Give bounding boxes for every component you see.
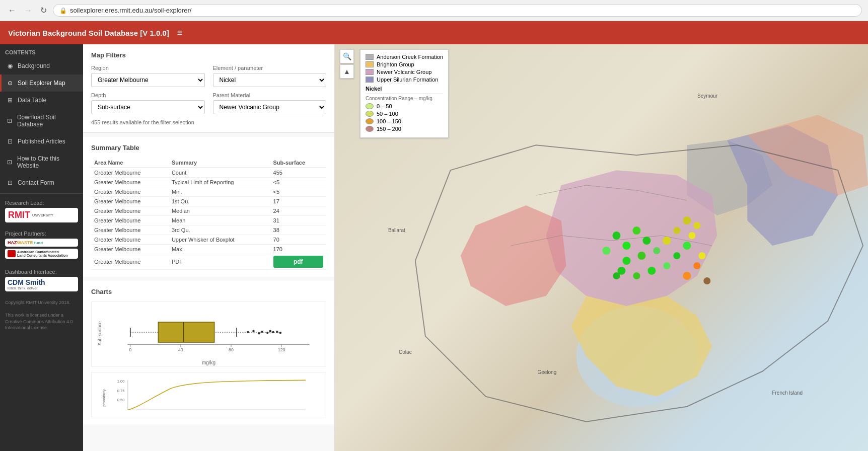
range-100-150: 100 – 150: [366, 118, 443, 124]
address-bar[interactable]: 🔒 soilexplorer.eres.rmit.edu.au/soil-exp…: [53, 4, 862, 17]
boxplot-svg: Sub-surface: [97, 307, 321, 357]
summary-table-panel: Summary Table Area Name Summary Sub-surf…: [83, 137, 334, 277]
svg-point-38: [617, 267, 625, 275]
cite-icon: ⊡: [7, 159, 13, 166]
table-row: Greater Melbourne Max. 170: [91, 245, 326, 254]
svg-point-14: [279, 332, 281, 334]
cell-summary: 1st Qu.: [169, 197, 270, 206]
svg-point-39: [653, 247, 660, 254]
pdf-button[interactable]: pdf: [273, 256, 323, 268]
sidebar: Contents ◉ Background ⊙ Soil Explorer Ma…: [0, 44, 83, 451]
legend-anderson: Anderson Creek Formation: [366, 54, 443, 60]
svg-point-52: [683, 272, 691, 280]
cell-area: Greater Melbourne: [91, 206, 169, 216]
cell-area: Greater Melbourne: [91, 168, 169, 178]
col-subsurface: Sub-surface: [270, 158, 326, 168]
forward-button[interactable]: →: [22, 4, 34, 17]
acla-logo: Australian ContaminatedLand Consultants …: [5, 249, 78, 259]
map-label-seymour: Seymour: [697, 93, 717, 99]
sidebar-item-published[interactable]: ⊡ Published Articles: [0, 133, 83, 150]
background-icon: ◉: [7, 62, 14, 69]
cell-value: 24: [270, 206, 326, 216]
filter-grid: Region Greater Melbourne All Victoria Re…: [91, 65, 326, 114]
svg-point-49: [693, 222, 700, 229]
range-50-100-color: [366, 111, 374, 117]
sidebar-item-label: Contact Form: [18, 179, 54, 186]
research-lead-section: Research Lead: RMIT UNIVERSITY: [0, 196, 83, 227]
sidebar-item-download[interactable]: ⊡ Download Soil Database: [0, 109, 83, 133]
sidebar-item-cite[interactable]: ⊡ How to Cite this Website: [0, 150, 83, 174]
sidebar-item-label: Data Table: [18, 97, 46, 104]
back-button[interactable]: ←: [6, 4, 18, 17]
svg-point-51: [698, 252, 705, 259]
cell-value: 17: [270, 197, 326, 206]
project-partners-section: Project Partners: HAZWASTE fund Australi…: [0, 227, 83, 265]
boxplot-container: Sub-surface: [91, 302, 326, 367]
svg-point-34: [642, 237, 650, 245]
element-select[interactable]: Nickel Arsenic Lead Zinc: [213, 73, 327, 87]
cell-summary: Count: [169, 168, 270, 178]
x-axis-label: mg/kg: [97, 360, 321, 365]
research-lead-label: Research Lead:: [5, 200, 78, 206]
contents-label: Contents: [0, 44, 83, 57]
app-title: Victorian Background Soil Database [V 1.…: [8, 29, 169, 37]
search-map-button[interactable]: 🔍: [340, 49, 354, 63]
svg-point-45: [683, 242, 691, 250]
cdm-logo: CDM Smith listen. think. deliver.: [5, 277, 78, 291]
svg-point-31: [612, 232, 620, 240]
cell-value: pdf: [270, 254, 326, 270]
svg-text:0.75: 0.75: [117, 389, 125, 393]
rmit-sub: UNIVERSITY: [32, 213, 53, 217]
layers-button[interactable]: ▲: [340, 64, 354, 79]
map-label-french-island: French Island: [772, 390, 803, 396]
map-label-ballarat: Ballarat: [388, 228, 405, 233]
svg-point-40: [613, 272, 620, 279]
map-label-colac: Colac: [399, 349, 412, 355]
summary-table-title: Summary Table: [91, 144, 326, 152]
sidebar-item-contact[interactable]: ⊡ Contact Form: [0, 174, 83, 191]
charts-panel: Charts Sub-surface: [83, 281, 334, 424]
contact-icon: ⊡: [7, 179, 14, 186]
range-100-150-label: 100 – 150: [377, 118, 401, 124]
cell-summary: Mean: [169, 216, 270, 226]
map-label-geelong: Geelong: [537, 369, 556, 375]
svg-point-9: [261, 331, 263, 333]
svg-point-10: [266, 332, 268, 334]
brighton-label: Brighton Group: [377, 61, 414, 67]
cell-summary: PDF: [169, 254, 270, 270]
range-150-200-label: 150 – 200: [377, 126, 401, 132]
svg-point-48: [688, 232, 695, 239]
svg-text:0: 0: [129, 347, 131, 352]
concentration-legend: Nickel Concentration Range – mg/kg 0 – 5…: [366, 86, 443, 132]
table-row: Greater Melbourne Mean 31: [91, 216, 326, 226]
svg-rect-2: [158, 322, 214, 342]
sidebar-item-background[interactable]: ◉ Background: [0, 57, 83, 74]
cell-summary: Upper Whisker of Boxplot: [169, 235, 270, 245]
app-header: Victorian Background Soil Database [V 1.…: [0, 21, 868, 44]
sidebar-item-label: Background: [18, 62, 50, 69]
cell-summary: Typical Limit of Reporting: [169, 178, 270, 187]
hamburger-menu[interactable]: ≡: [177, 28, 183, 38]
depth-select[interactable]: Sub-surface Surface All depths: [91, 100, 205, 114]
content-area: Map Filters Region Greater Melbourne All…: [83, 44, 335, 451]
sidebar-item-soil-explorer-map[interactable]: ⊙ Soil Explorer Map: [0, 74, 83, 92]
legend-upper-silurian: Upper Silurian Formation: [366, 77, 443, 83]
sidebar-item-data-table[interactable]: ⊞ Data Table: [0, 92, 83, 109]
newer-volcanic-label: Newer Volcanic Group: [377, 69, 431, 75]
region-select[interactable]: Greater Melbourne All Victoria Regional …: [91, 73, 205, 87]
newer-volcanic-color: [366, 69, 374, 75]
cell-area: Greater Melbourne: [91, 178, 169, 187]
cell-area: Greater Melbourne: [91, 187, 169, 197]
cell-value: 455: [270, 168, 326, 178]
anderson-color: [366, 54, 374, 60]
cell-summary: 3rd Qu.: [169, 226, 270, 235]
article-icon: ⊡: [7, 138, 14, 145]
concentration-label: Concentration Range – mg/kg: [366, 96, 443, 101]
dashboard-label: Dashboard Interface:: [5, 269, 78, 275]
table-row: Greater Melbourne 3rd Qu. 38: [91, 226, 326, 235]
svg-point-37: [637, 252, 645, 260]
parent-material-select[interactable]: Newer Volcanic Group Anderson Creek Form…: [213, 100, 327, 114]
map-legend: Anderson Creek Formation Brighton Group …: [360, 49, 449, 138]
reload-button[interactable]: ↻: [38, 4, 49, 17]
table-row: Greater Melbourne 1st Qu. 17: [91, 197, 326, 206]
